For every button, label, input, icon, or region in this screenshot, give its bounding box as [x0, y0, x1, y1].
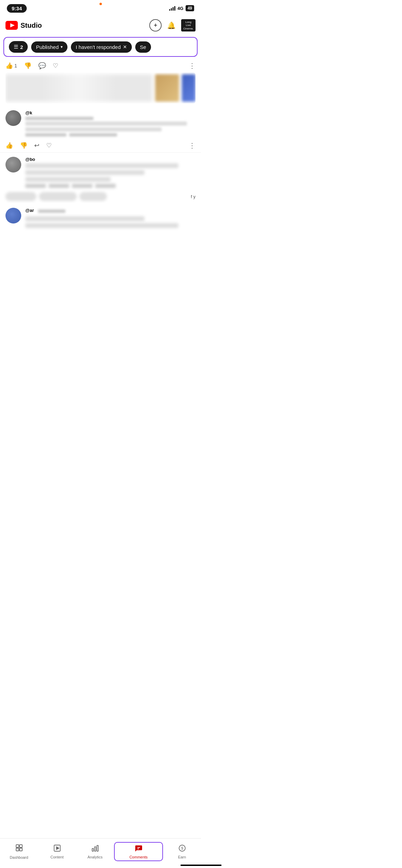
- battery-indicator: 49: [186, 5, 194, 11]
- filter-icon: ☰: [14, 44, 18, 50]
- comment-3-meta: [38, 209, 65, 213]
- studio-label: Studio: [21, 22, 42, 29]
- action-blurred-3: [72, 184, 92, 188]
- comment-section: 👍 1 👎 💬 ♡ ⋮ @k: [0, 58, 201, 266]
- search-filter-chip[interactable]: Se: [135, 41, 151, 53]
- chevron-down-icon: ▾: [61, 44, 63, 49]
- like-button[interactable]: 👍 1: [5, 62, 17, 69]
- heart-button[interactable]: ♡: [53, 62, 58, 69]
- channel-avatar[interactable]: Long Live Cinema.: [181, 19, 196, 32]
- username-1: @k: [25, 110, 196, 115]
- header-icons: + 🔔 Long Live Cinema.: [149, 19, 196, 32]
- close-icon[interactable]: ✕: [123, 44, 127, 50]
- comment-text-blurred-1b: [25, 127, 162, 131]
- comment-blurred-2a: [25, 163, 178, 168]
- filter-count-chip[interactable]: ☰ 2: [9, 41, 28, 53]
- comment-meta-blurred-1: [25, 117, 93, 120]
- comment-item-1: @k: [0, 106, 201, 139]
- notification-dot: [99, 3, 102, 5]
- tag-blurred-3: [79, 192, 107, 201]
- reply-button[interactable]: 💬: [38, 62, 46, 69]
- comment-1-actions: 👍 👎 ↩ ♡ ⋮: [0, 139, 201, 153]
- action-blurred-2: [49, 184, 69, 188]
- comment-item-2: @bo: [0, 153, 201, 190]
- tags-row: f y: [0, 190, 201, 203]
- status-time: 9:34: [7, 4, 27, 13]
- heart-icon: ♡: [53, 62, 58, 69]
- dislike-button[interactable]: 👎: [24, 62, 32, 69]
- youtube-logo: [5, 21, 18, 30]
- add-button[interactable]: +: [149, 19, 162, 31]
- status-right: 4G 49: [169, 5, 194, 11]
- comment-1-dislike[interactable]: 👎: [20, 142, 27, 149]
- like-count: 1: [14, 63, 17, 68]
- tag-blurred-2: [39, 192, 77, 201]
- status-bar: 9:34 4G 49: [0, 0, 201, 15]
- thumbs-down-icon: 👎: [24, 62, 32, 69]
- more-icon: ⋮: [189, 62, 196, 70]
- responded-filter-chip[interactable]: I haven't responded ✕: [71, 41, 131, 53]
- header: Studio + 🔔 Long Live Cinema.: [0, 15, 201, 36]
- comment-blurred-2c: [25, 177, 111, 182]
- tag-blurred-1: [5, 192, 36, 201]
- plus-icon: +: [154, 22, 158, 29]
- comment-text-blurred-1a: [25, 122, 187, 126]
- comment-item-3: @ar: [0, 203, 201, 232]
- video-thumbnail-blue: [182, 74, 196, 102]
- avatar-line2: Live: [183, 24, 193, 27]
- comment-content-2: @bo: [25, 157, 196, 188]
- comment-icon: 💬: [38, 62, 46, 69]
- avatar-line3: Cinema.: [183, 27, 193, 30]
- first-comment-actions: 👍 1 👎 💬 ♡ ⋮: [0, 58, 201, 71]
- action-blurred-1: [25, 184, 46, 188]
- heart-icon-2: ♡: [46, 142, 52, 149]
- search-label: Se: [140, 44, 146, 50]
- thumbs-up-icon: 👍: [5, 62, 13, 69]
- published-filter-chip[interactable]: Published ▾: [31, 41, 67, 53]
- more-options-button[interactable]: ⋮: [189, 62, 196, 70]
- avatar-1: [5, 110, 21, 126]
- responded-label: I haven't responded: [76, 44, 121, 50]
- username-2: @bo: [25, 157, 196, 162]
- video-ref-blurred-2: [69, 133, 117, 137]
- video-ref-blurred-1: [25, 133, 66, 137]
- comment-blurred-3b: [25, 223, 178, 228]
- video-reference-row: [5, 73, 196, 103]
- comment-content-3: @ar: [25, 208, 196, 230]
- thumbs-down-icon-2: 👎: [20, 142, 27, 149]
- comment-1-like[interactable]: 👍: [5, 142, 13, 149]
- thumbs-up-icon-2: 👍: [5, 142, 13, 149]
- logo-area: Studio: [5, 21, 42, 30]
- avatar-2: [5, 157, 21, 173]
- avatar-line1: Long: [183, 21, 193, 24]
- video-thumbnail-gold: [155, 74, 179, 102]
- comment-content-1: @k: [25, 110, 196, 137]
- avatar-3: [5, 208, 21, 224]
- published-label: Published: [36, 44, 59, 50]
- bell-icon[interactable]: 🔔: [167, 21, 176, 29]
- username-3: @ar: [25, 208, 34, 213]
- network-label: 4G: [177, 6, 183, 11]
- tags-suffix: f y: [191, 192, 196, 201]
- filter-bar: ☰ 2 Published ▾ I haven't responded ✕ Se: [3, 37, 198, 57]
- video-thumbnail-blurred: [5, 74, 152, 102]
- comment-blurred-2b: [25, 170, 145, 175]
- comment-1-more[interactable]: ⋮: [189, 141, 196, 150]
- reply-icon: ↩: [34, 142, 39, 149]
- filter-count: 2: [20, 44, 23, 50]
- action-blurred-4: [95, 184, 116, 188]
- comment-1-reply[interactable]: ↩: [34, 142, 39, 149]
- signal-icon: [169, 6, 175, 11]
- comment-1-heart[interactable]: ♡: [46, 142, 52, 149]
- more-icon-2: ⋮: [189, 141, 196, 150]
- comment-blurred-3a: [25, 216, 145, 221]
